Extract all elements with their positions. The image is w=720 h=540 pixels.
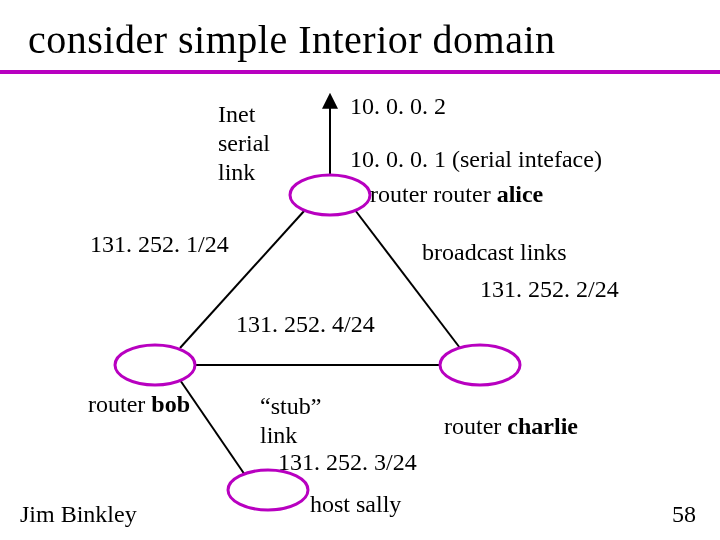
label-subnet-mid: 131. 252. 4/24: [236, 310, 375, 339]
label-router-charlie: router charlie: [444, 412, 578, 441]
label-router-alice: router router alicerouter alice: [370, 180, 543, 209]
page-title: consider simple Interior domain: [28, 18, 692, 62]
node-alice: [290, 175, 370, 215]
label-inet-serial-link: Inet serial link: [218, 100, 270, 186]
label-ip-serial: 10. 0. 0. 1 (serial inteface): [350, 145, 602, 174]
node-bob: [115, 345, 195, 385]
label-broadcast-links: broadcast links: [422, 238, 567, 267]
label-host-sally: host sally: [310, 490, 401, 519]
label-stub-link: “stub” link: [260, 392, 321, 450]
node-charlie: [440, 345, 520, 385]
label-ip-up: 10. 0. 0. 2: [350, 92, 446, 121]
label-subnet-left: 131. 252. 1/24: [90, 230, 229, 259]
label-subnet-right: 131. 252. 2/24: [480, 275, 619, 304]
title-underline: [0, 70, 720, 74]
footer-page: 58: [672, 501, 696, 528]
label-subnet-stub: 131. 252. 3/24: [278, 448, 417, 477]
footer-author: Jim Binkley: [20, 501, 137, 528]
label-router-bob: router bob: [88, 390, 190, 419]
